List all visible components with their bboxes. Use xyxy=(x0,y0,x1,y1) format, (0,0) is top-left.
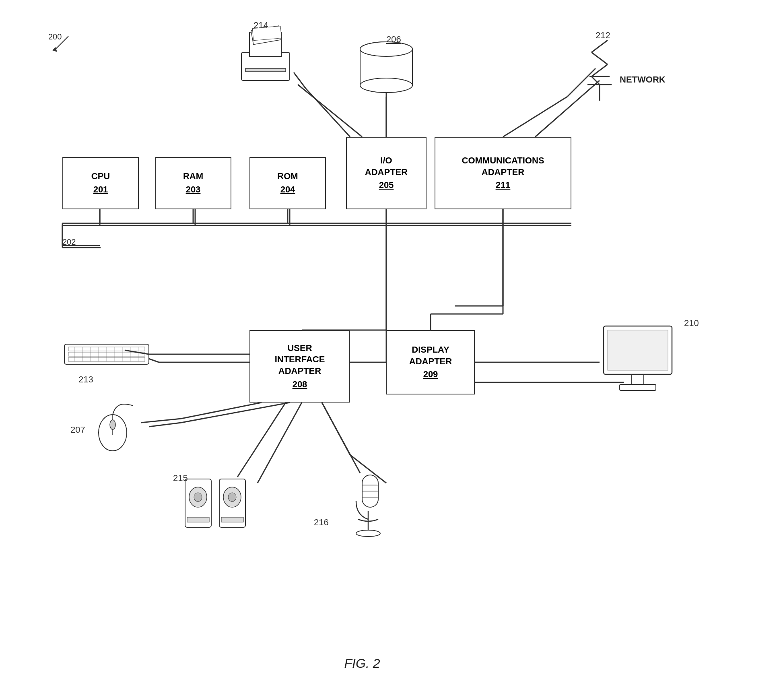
ref-207: 207 xyxy=(70,425,85,435)
ram-label: RAM xyxy=(183,171,203,182)
svg-line-24 xyxy=(322,403,350,455)
printer-icon xyxy=(229,24,302,85)
ref-213: 213 xyxy=(78,374,93,385)
svg-line-100 xyxy=(237,403,286,477)
figure-caption: FIG. 2 xyxy=(282,656,443,671)
svg-rect-37 xyxy=(245,68,286,72)
svg-line-23 xyxy=(258,403,302,483)
svg-point-64 xyxy=(110,420,115,429)
svg-line-21 xyxy=(181,403,290,423)
speakers-icon xyxy=(181,475,253,543)
svg-line-27 xyxy=(54,36,68,50)
cpu-label: CPU xyxy=(91,171,110,182)
ref-206: 206 xyxy=(386,34,401,45)
svg-line-9 xyxy=(306,89,350,137)
rom-box: ROM 204 xyxy=(249,157,326,209)
svg-rect-46 xyxy=(608,330,668,370)
svg-line-98 xyxy=(181,403,262,419)
ref-200-arrow xyxy=(52,34,76,54)
svg-point-67 xyxy=(194,493,202,502)
svg-line-88 xyxy=(298,85,362,137)
ui-adapter-box: USERINTERFACEADAPTER 208 xyxy=(249,330,350,403)
ref-212: 212 xyxy=(596,30,610,41)
monitor-icon xyxy=(600,322,680,394)
ref-215: 215 xyxy=(173,473,188,483)
mouse-icon xyxy=(93,403,133,451)
keyboard-icon xyxy=(62,338,151,366)
ui-adapter-label: USERINTERFACEADAPTER xyxy=(275,343,325,377)
svg-line-11 xyxy=(503,97,567,137)
display-adapter-box: DISPLAYADAPTER 209 xyxy=(386,330,475,394)
svg-line-39 xyxy=(591,76,600,85)
diagram-container: 200 CPU 201 202 RAM 203 ROM 204 I/OADAPT… xyxy=(0,0,779,700)
svg-rect-68 xyxy=(187,517,209,522)
network-symbol xyxy=(583,32,616,105)
comm-adapter-ref: 211 xyxy=(496,180,511,191)
svg-line-41 xyxy=(591,52,608,64)
svg-line-40 xyxy=(591,64,608,76)
ref-216: 216 xyxy=(314,517,329,528)
svg-rect-72 xyxy=(221,517,243,522)
io-adapter-ref: 205 xyxy=(379,180,394,191)
comm-adapter-label: COMMUNICATIONSADAPTER xyxy=(462,155,544,178)
svg-rect-48 xyxy=(620,384,656,390)
ui-adapter-ref: 208 xyxy=(293,379,307,390)
display-adapter-label: DISPLAYADAPTER xyxy=(409,344,452,367)
cpu-ref: 201 xyxy=(93,184,108,196)
io-adapter-label: I/OADAPTER xyxy=(365,155,408,178)
ref-202: 202 xyxy=(62,237,76,247)
ref-210: 210 xyxy=(684,318,699,328)
storage-cylinder xyxy=(358,40,414,97)
ref-214: 214 xyxy=(253,20,268,31)
svg-line-42 xyxy=(591,40,608,52)
svg-point-71 xyxy=(228,493,236,502)
network-label: NETWORK xyxy=(620,74,666,85)
comm-adapter-box: COMMUNICATIONSADAPTER 211 xyxy=(435,137,571,209)
rom-label: ROM xyxy=(277,171,298,182)
io-adapter-box: I/OADAPTER 205 xyxy=(346,137,427,209)
svg-point-31 xyxy=(360,78,412,93)
svg-point-78 xyxy=(356,530,380,537)
microphone-icon xyxy=(342,471,394,543)
svg-line-22 xyxy=(149,423,181,427)
display-adapter-ref: 209 xyxy=(423,369,438,380)
svg-rect-47 xyxy=(632,374,644,384)
rom-ref: 204 xyxy=(280,184,295,196)
cpu-box: CPU 201 xyxy=(62,157,139,209)
ram-ref: 203 xyxy=(186,184,201,196)
svg-line-99 xyxy=(141,419,181,423)
svg-line-101 xyxy=(322,403,360,473)
ram-box: RAM 203 xyxy=(155,157,231,209)
